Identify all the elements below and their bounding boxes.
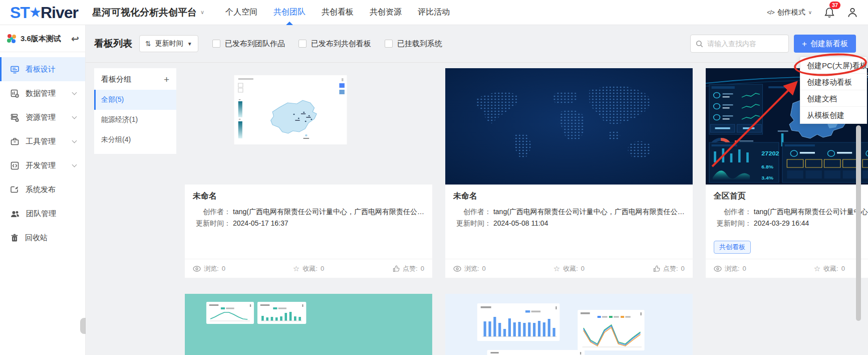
eye-icon (193, 266, 201, 272)
board-content: 看板分组 + 全部(5) 能源经济(1) 未分组(4) (86, 63, 868, 355)
group-item-all[interactable]: 全部(5) (94, 90, 176, 110)
views-stat[interactable]: 浏览: 0 (193, 264, 270, 273)
notifications-button[interactable]: 37 (824, 7, 835, 19)
menu-item-create-from-template[interactable]: 从模板创建 (800, 107, 866, 123)
views-stat[interactable]: 浏览: 0 (453, 264, 530, 273)
sidebar-menu: 看板设计 数据管理 (0, 52, 85, 250)
back-arrow-icon[interactable]: ↩ (71, 34, 79, 44)
svg-text:27202: 27202 (761, 150, 779, 157)
sidebar-item-tool-management[interactable]: 工具管理 (0, 129, 85, 153)
likes-stat[interactable]: 点赞: 0 (347, 264, 424, 273)
code-icon: </> (767, 9, 774, 16)
creator-value: tang(广西电网有限责任公司计量中心，广西电网有限责任公… (493, 206, 685, 218)
nav-co-creation-resource[interactable]: 共创资源 (370, 0, 402, 25)
logo-text-river: River (41, 5, 78, 21)
views-label: 浏览: (464, 264, 479, 273)
group-item-energy-economy[interactable]: 能源经济(1) (94, 110, 176, 130)
favorites-stat[interactable]: ☆ 收藏: 0 (530, 264, 608, 273)
svg-text:6.8%: 6.8% (761, 164, 773, 169)
search-input[interactable] (707, 40, 783, 48)
notification-count-badge: 37 (829, 2, 840, 10)
board-title[interactable]: 未命名 (193, 191, 424, 202)
checkbox[interactable] (299, 40, 307, 48)
views-stat[interactable]: 浏览: 0 (714, 264, 791, 273)
thumbs-up-icon (653, 265, 660, 272)
menu-item-create-mobile-board[interactable]: 创建移动看板 (800, 74, 866, 90)
filter-published-to-cocreation[interactable]: 已发布到共创看板 (299, 39, 371, 49)
creator-value: tang(广西电网有限责任公司计量中心，广西电网有限责任公… (233, 206, 424, 218)
board-toolbar: 看板列表 ⇅ 更新时间 ▼ 已发布到团队作品 已发布到共创看板 已挂载到系统 (86, 25, 868, 63)
checkbox[interactable] (385, 40, 393, 48)
updated-label: 更新时间： (714, 218, 752, 229)
sidebar-item-data-management[interactable]: 数据管理 (0, 81, 85, 105)
creation-mode-switch[interactable]: </> 创作模式 ∨ (767, 8, 812, 17)
updated-label: 更新时间： (193, 218, 231, 229)
board-thumbnail[interactable] (445, 68, 693, 185)
favorites-stat[interactable]: ☆ 收藏: 0 (270, 264, 347, 273)
chevron-down-icon (72, 162, 77, 167)
nav-personal-space[interactable]: 个人空间 (225, 0, 257, 25)
board-card-info: 未命名 创作者： tang(广西电网有限责任公司计量中心，广西电网有限责任公… … (185, 185, 432, 229)
nav-review-activity[interactable]: 评比活动 (418, 0, 450, 25)
resource-icon (11, 113, 19, 122)
chevron-down-icon (72, 114, 77, 119)
platform-title[interactable]: 星河可视化分析共创平台 (92, 6, 197, 19)
favorites-value: 0 (321, 265, 324, 272)
sort-dropdown[interactable]: ⇅ 更新时间 ▼ (139, 35, 198, 52)
board-thumbnail[interactable] (185, 294, 432, 355)
board-card: 未命名 创作者： tang(广西电网有限责任公司计量中心，广西电网有限责任公… … (445, 68, 693, 278)
filter-label: 已挂载到系统 (397, 39, 442, 49)
likes-value: 0 (421, 265, 424, 272)
menu-item-create-pc-board[interactable]: 创建PC(大屏)看板 (800, 57, 866, 74)
nav-co-creation-board[interactable]: 共创看板 (322, 0, 354, 25)
teal-charts-thumbnail (185, 294, 432, 355)
board-thumbnail[interactable] (185, 68, 432, 185)
group-item-ungrouped[interactable]: 未分组(4) (94, 130, 176, 150)
create-board-button-label: 创建新看板 (810, 39, 848, 49)
sidebar-item-system-publish[interactable]: 系统发布 (0, 177, 85, 202)
updated-value: 2024-03-29 16:44 (754, 218, 809, 229)
board-title[interactable]: 未命名 (453, 191, 685, 202)
sidebar-item-label: 开发管理 (26, 161, 56, 170)
sidebar-collapse-handle[interactable] (80, 318, 86, 334)
top-header: ST★River 星河可视化分析共创平台 ∨ 个人空间 共创团队 共创看板 共创… (0, 0, 868, 25)
filter-published-to-team[interactable]: 已发布到团队作品 (212, 39, 285, 49)
sidebar-item-dev-management[interactable]: 开发管理 (0, 153, 85, 177)
filter-label: 已发布到团队作品 (225, 39, 285, 49)
chevron-down-icon (72, 90, 77, 95)
board-thumbnail[interactable] (445, 294, 693, 355)
filter-mounted-to-system[interactable]: 已挂载到系统 (385, 39, 442, 49)
sidebar-item-team-management[interactable]: 团队管理 (0, 202, 85, 226)
likes-stat[interactable]: 点赞: 0 (608, 264, 685, 273)
tool-icon (11, 137, 19, 146)
sidebar-item-label: 系统发布 (26, 185, 56, 195)
sidebar-item-label: 团队管理 (26, 209, 56, 219)
menu-item-create-document[interactable]: 创建文档 (800, 90, 866, 107)
sidebar-item-board-design[interactable]: 看板设计 (0, 57, 85, 81)
add-group-button[interactable]: + (164, 75, 169, 84)
create-board-button[interactable]: + 创建新看板 (794, 35, 856, 53)
data-icon (11, 89, 19, 98)
sidebar-item-label: 资源管理 (26, 113, 56, 122)
create-board-dropdown-menu: 创建PC(大屏)看板 创建移动看板 创建文档 从模板创建 (800, 57, 867, 124)
search-icon (696, 40, 703, 48)
team-header: 3.6版本测试 ↩ (0, 25, 85, 52)
sidebar-item-resource-management[interactable]: 资源管理 (0, 105, 85, 129)
checkbox[interactable] (212, 40, 220, 48)
search-box[interactable] (690, 35, 789, 53)
creator-label: 创作者： (714, 206, 752, 218)
sort-icon: ⇅ (145, 40, 151, 48)
account-button[interactable] (847, 7, 858, 18)
board-stats: 浏览: 0 ☆ 收藏: 0 点赞: (445, 259, 693, 278)
app-logo[interactable]: ST★River (10, 5, 78, 21)
star-icon: ☆ (814, 265, 820, 272)
star-icon: ☆ (293, 265, 300, 272)
chevron-down-icon[interactable]: ∨ (200, 9, 204, 16)
nav-co-creation-team[interactable]: 共创团队 (273, 0, 306, 25)
board-title[interactable]: 全区首页 (714, 191, 868, 202)
sidebar-item-recycle-bin[interactable]: 回收站 (0, 226, 85, 250)
vertical-scrollbar[interactable] (856, 125, 861, 321)
sidebar-item-label: 回收站 (25, 233, 48, 243)
board-card-info: 未命名 创作者： tang(广西电网有限责任公司计量中心，广西电网有限责任公… … (445, 185, 693, 229)
updated-row: 更新时间： 2024-05-08 11:04 (453, 218, 685, 229)
